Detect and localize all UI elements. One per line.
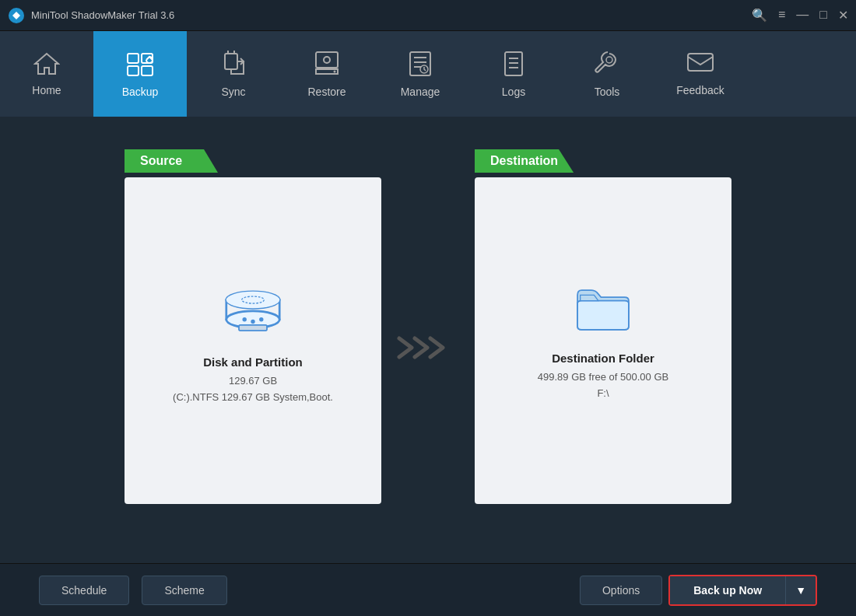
nav-manage[interactable]: Manage xyxy=(374,31,467,117)
svg-rect-1 xyxy=(128,54,139,63)
backup-now-wrapper: Back up Now ▼ xyxy=(668,575,817,606)
menu-icon[interactable]: ≡ xyxy=(778,8,785,23)
destination-label: Destination xyxy=(475,149,574,173)
nav-backup[interactable]: Backup xyxy=(93,31,187,117)
tools-icon xyxy=(594,51,620,81)
nav-sync[interactable]: Sync xyxy=(187,31,280,117)
svg-rect-4 xyxy=(142,66,153,75)
destination-title: Destination Folder xyxy=(552,352,654,365)
bottom-bar-left: Schedule Scheme xyxy=(39,576,227,605)
svg-point-23 xyxy=(226,291,279,308)
nav-restore-label: Restore xyxy=(307,86,346,98)
maximize-icon[interactable]: □ xyxy=(819,8,827,23)
svg-rect-6 xyxy=(316,52,338,68)
svg-point-27 xyxy=(259,317,263,321)
title-bar-controls: 🔍 ≡ — □ ✕ xyxy=(752,8,848,23)
backup-now-button[interactable]: Back up Now xyxy=(670,576,786,604)
arrow-area xyxy=(381,318,475,363)
logs-icon xyxy=(500,51,527,81)
minimize-icon[interactable]: — xyxy=(796,8,809,23)
search-icon[interactable]: 🔍 xyxy=(752,8,767,23)
nav-logs[interactable]: Logs xyxy=(467,31,560,117)
nav-home[interactable]: Home xyxy=(0,31,93,117)
backup-now-dropdown[interactable]: ▼ xyxy=(786,576,816,604)
nav-feedback-label: Feedback xyxy=(676,84,724,96)
bottom-bar-right: Options Back up Now ▼ xyxy=(580,575,817,606)
svg-rect-28 xyxy=(239,325,267,331)
nav-manage-label: Manage xyxy=(401,86,440,98)
svg-rect-19 xyxy=(688,54,713,71)
main-content: Source xyxy=(0,117,856,582)
arrow-icon xyxy=(393,332,463,363)
source-size: 129.67 GB xyxy=(229,373,277,390)
nav-logs-label: Logs xyxy=(502,86,525,98)
restore-icon xyxy=(313,51,341,81)
title-bar-left: MiniTool ShadowMaker Trial 3.6 xyxy=(8,7,174,24)
svg-point-8 xyxy=(334,70,336,72)
schedule-button[interactable]: Schedule xyxy=(39,576,129,605)
source-card[interactable]: Disk and Partition 129.67 GB (C:).NTFS 1… xyxy=(125,177,381,504)
svg-rect-5 xyxy=(225,54,237,69)
svg-point-7 xyxy=(324,57,330,63)
bottom-bar: Schedule Scheme Options Back up Now ▼ xyxy=(0,563,856,616)
scheme-button[interactable]: Scheme xyxy=(142,576,226,605)
sync-icon xyxy=(220,51,247,81)
title-bar: MiniTool ShadowMaker Trial 3.6 🔍 ≡ — □ ✕ xyxy=(0,0,856,31)
disk-icon xyxy=(218,276,288,341)
destination-path: F:\ xyxy=(597,386,609,402)
nav-restore[interactable]: Restore xyxy=(280,31,374,117)
nav-backup-label: Backup xyxy=(122,86,159,98)
app-logo-icon xyxy=(8,7,25,24)
manage-icon xyxy=(407,51,433,81)
nav-tools-label: Tools xyxy=(595,86,620,98)
options-button[interactable]: Options xyxy=(580,576,662,605)
nav-feedback[interactable]: Feedback xyxy=(654,31,747,117)
app-title: MiniTool ShadowMaker Trial 3.6 xyxy=(31,9,174,21)
source-card-wrapper: Source xyxy=(125,163,381,504)
source-title: Disk and Partition xyxy=(203,355,303,369)
backup-area: Source xyxy=(62,163,794,504)
svg-point-26 xyxy=(251,319,254,323)
nav-home-label: Home xyxy=(32,84,61,96)
home-icon xyxy=(33,52,60,79)
svg-point-25 xyxy=(243,317,247,321)
destination-free: 499.89 GB free of 500.00 GB xyxy=(538,369,668,386)
svg-point-18 xyxy=(606,57,612,63)
nav-bar: Home Backup Sync xyxy=(0,31,856,117)
close-icon[interactable]: ✕ xyxy=(838,8,848,23)
source-label: Source xyxy=(125,149,218,173)
feedback-icon xyxy=(686,52,714,79)
destination-card-wrapper: Destination Destination Folder 499.89 GB… xyxy=(475,163,731,504)
nav-sync-label: Sync xyxy=(221,86,245,98)
nav-tools[interactable]: Tools xyxy=(560,31,654,117)
source-detail: (C:).NTFS 129.67 GB System,Boot. xyxy=(173,390,333,406)
svg-rect-3 xyxy=(128,66,139,75)
backup-icon xyxy=(125,51,156,81)
destination-card[interactable]: Destination Folder 499.89 GB free of 500… xyxy=(475,177,731,504)
folder-icon xyxy=(572,280,634,338)
